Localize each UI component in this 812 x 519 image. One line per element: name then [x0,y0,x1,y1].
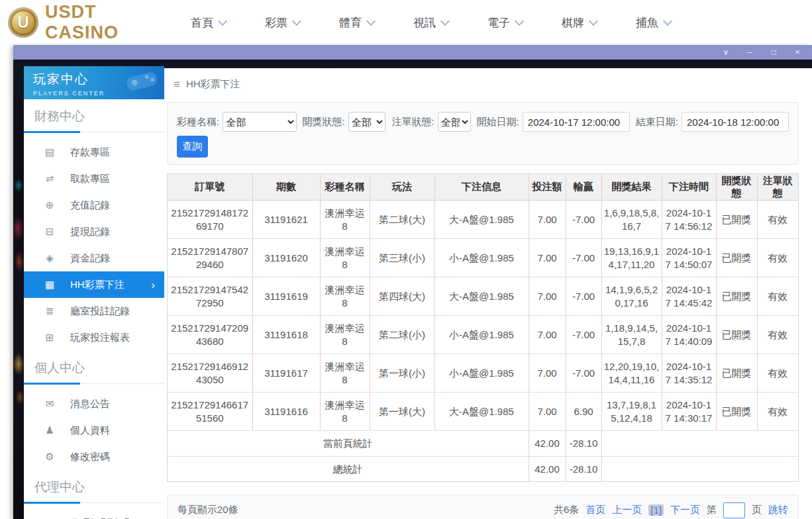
summary-bet-amount: 42.00 [529,456,566,481]
sidebar-item-deposit-zone[interactable]: ▤ 存款專區 [24,139,164,165]
order-status-select[interactable]: 全部 [438,112,471,132]
jump-button[interactable]: 跳转 [768,504,788,516]
nav-item-board-games[interactable]: 棋牌 [562,15,597,30]
brand-name: USDT CASINO [45,2,158,43]
withdraw-record-icon: ⊟ [44,226,56,238]
sidebar-item-room-bet-records[interactable]: ≣ 廳室投註記錄 [24,298,164,324]
cell-draw-status: 已開獎 [716,354,757,393]
cell-lottery-name: 澳洲幸运8 [320,354,370,393]
cell-play-type: 第二球(小) [370,316,434,354]
col-period: 期數 [252,174,320,201]
sidebar-item-announcements[interactable]: ✉ 消息公告 [24,391,164,417]
player-center-window: ∨ – □ × 玩家中心 PLAYERS CENTER 財務中心 ▤ [13,45,812,519]
sidebar-item-topup-records[interactable]: ⊕ 充值記錄 [24,192,164,218]
sidebar-item-player-bet-report[interactable]: ⊞ 玩家投注報表 [24,324,164,351]
start-date-input[interactable] [523,112,630,132]
draw-status-label: 開獎狀態: [303,116,345,128]
summary-bet-amount: 42.00 [529,431,566,457]
brand-logo[interactable]: U USDT CASINO [8,2,158,43]
nav-item-fishing[interactable]: 捕魚 [636,15,671,30]
cell-order-status: 有效 [757,277,798,316]
nav-item-lottery[interactable]: 彩票 [265,15,300,30]
gear-icon: ⚙ [44,451,56,463]
nav-item-slots[interactable]: 電子 [487,15,523,30]
nav-item-sports[interactable]: 體育 [339,15,374,30]
sidebar-item-withdraw-zone[interactable]: ⇌ 取款專區 [24,165,164,192]
current-page-badge[interactable]: [1] [648,504,664,516]
window-maximize-button[interactable]: □ [762,45,786,60]
cell-bet-time: 2024-10-17 14:50:07 [662,239,716,277]
cell-play-type: 第一球(大) [370,393,434,431]
page-jump-input[interactable] [723,502,745,518]
sidebar-item-hh-lottery-bets[interactable]: ▦ HH彩票下注 › [24,271,164,298]
end-date-input[interactable] [682,112,789,132]
cell-play-type: 第四球(大) [370,277,434,316]
sidebar-item-agent-rules[interactable]: ▯ 代理規則說明 [24,510,164,519]
chevron-down-icon [366,16,376,25]
col-win-loss: 輸贏 [566,174,601,201]
sidebar-item-profile[interactable]: ♟ 個人資料 [24,417,164,444]
cell-order-no: 2152172914754272950 [168,277,252,316]
cell-period: 31191616 [252,393,320,431]
cell-order-no: 2152172914780729460 [168,239,252,277]
cell-period: 31191618 [252,316,320,354]
window-minimize-button[interactable]: – [738,45,762,60]
search-button[interactable]: 查詢 [177,136,208,158]
cell-bet-info: 小-A盤@1.985 [434,316,529,354]
cell-bet-info: 大-A盤@1.985 [434,201,529,239]
section-rule [24,502,164,504]
cell-order-status: 有效 [757,354,798,393]
cell-draw-status: 已開獎 [716,393,757,431]
page-title: HH彩票下注 [186,78,240,91]
cell-order-no: 2152172914720943680 [168,316,252,354]
col-draw-result: 開獎結果 [601,174,662,201]
window-body: 玩家中心 PLAYERS CENTER 財務中心 ▤ 存款專區 ⇌ 取 [13,60,812,519]
total-count-text: 共6条 [554,504,579,516]
withdraw-icon: ⇌ [44,173,56,185]
bet-records-table: 訂單號 期數 彩種名稱 玩法 下注信息 投注額 輸贏 開獎結果 下注時間 開獎狀… [167,173,799,482]
cell-win-loss: -7.00 [566,277,601,316]
report-icon: ⊞ [44,332,56,344]
draw-status-select[interactable]: 全部 [348,112,386,132]
prev-page-link[interactable]: 上一页 [612,504,642,516]
chevron-down-icon [292,16,301,25]
summary-empty [601,431,798,457]
col-bet-info: 下注信息 [434,174,529,201]
window-collapse-button[interactable]: ∨ [714,45,738,60]
lottery-name-select[interactable]: 全部 [223,112,296,132]
table-row: 2152172914661751560 31191616 澳洲幸运8 第一球(大… [168,393,798,431]
cell-lottery-name: 澳洲幸运8 [320,277,370,316]
table-row: 2152172914754272950 31191619 澳洲幸运8 第四球(大… [168,277,798,316]
person-icon: ♟ [44,424,56,436]
table-row: 2152172914780729460 31191620 澳洲幸运8 第三球(小… [168,239,798,277]
nav-item-home[interactable]: 首頁 [191,15,226,30]
personal-menu: ✉ 消息公告 ♟ 個人資料 ⚙ 修改密碼 [24,385,164,470]
nav-item-live-video[interactable]: 視訊 [413,15,448,30]
jump-suffix-label: 页 [752,504,762,516]
cell-draw-result: 12,20,19,10,14,4,11,16 [601,354,662,393]
col-order-no: 訂單號 [168,174,252,201]
chevron-down-icon [663,16,672,25]
cell-lottery-name: 澳洲幸运8 [320,239,370,277]
col-bet-amount: 投注額 [529,174,566,201]
page-header: ≡ HH彩票下注 [164,68,812,91]
cell-draw-status: 已開獎 [716,277,757,316]
summary-label: 總統計 [168,456,529,481]
next-page-link[interactable]: 下一页 [670,504,700,516]
cell-order-status: 有效 [757,201,798,239]
window-titlebar[interactable]: ∨ – □ × [13,45,812,60]
cell-bet-time: 2024-10-17 14:40:09 [662,316,716,354]
cell-bet-amount: 7.00 [529,354,566,393]
sidebar-item-withdraw-records[interactable]: ⊟ 提現記錄 [24,218,164,245]
cell-bet-amount: 7.00 [529,316,566,354]
first-page-link[interactable]: 首页 [585,504,605,516]
window-close-button[interactable]: × [786,45,809,60]
sidebar-item-funds-records[interactable]: ◈ 資金記錄 [24,245,164,271]
section-rule [24,383,164,385]
summary-row-total: 總統計 42.00 -28.10 [168,456,798,481]
cell-play-type: 第二球(大) [370,201,434,239]
chevron-down-icon [440,16,450,25]
sidebar-item-change-password[interactable]: ⚙ 修改密碼 [24,444,164,470]
chevron-right-icon: › [151,279,155,291]
cell-bet-info: 小-A盤@1.985 [434,239,529,277]
